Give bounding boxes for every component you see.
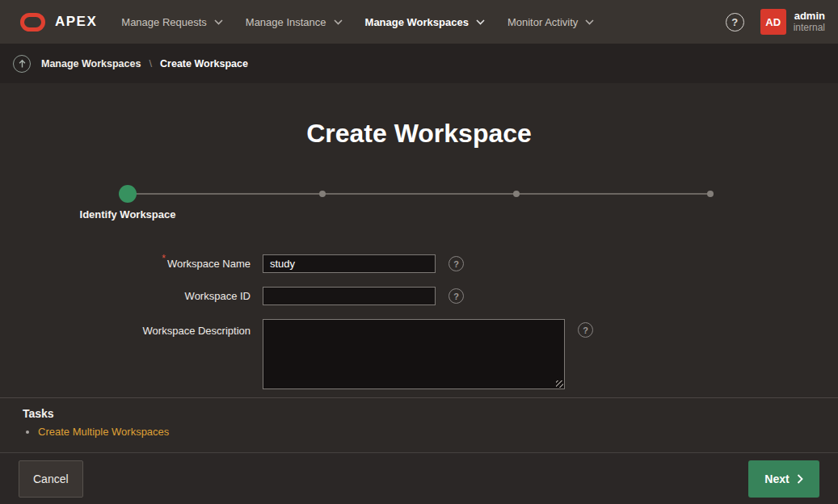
form-row-workspace-description: Workspace Description ? <box>0 319 838 389</box>
required-marker: * <box>162 253 166 264</box>
wizard-train-line <box>128 193 710 195</box>
tasks-list: Create Multiple Workspaces <box>23 426 838 438</box>
workspace-id-input[interactable] <box>263 287 436 305</box>
chevron-down-icon <box>334 19 343 25</box>
breadcrumb-current: Create Workspace <box>160 58 248 69</box>
nav-label: Manage Requests <box>121 16 207 28</box>
breadcrumb: Manage Workspaces \ Create Workspace <box>0 44 838 83</box>
question-glyph: ? <box>583 326 588 335</box>
wizard-step-current-dot <box>119 185 137 203</box>
workspace-description-label: Workspace Description <box>0 319 251 337</box>
workspace-form: *Workspace Name ? Workspace ID ? Workspa… <box>0 254 838 389</box>
workspace-name-label: *Workspace Name <box>0 258 251 270</box>
field-help-icon[interactable]: ? <box>578 322 593 338</box>
textarea-wrap <box>263 319 565 389</box>
main-nav: Manage Requests Manage Instance Manage W… <box>121 0 594 44</box>
wizard-step-label: Identify Workspace <box>80 208 176 220</box>
task-link-create-multiple-workspaces[interactable]: Create Multiple Workspaces <box>38 426 169 438</box>
up-arrow-icon <box>18 59 27 69</box>
nav-label: Monitor Activity <box>507 16 578 28</box>
chevron-down-icon <box>214 19 223 25</box>
brand-apex[interactable]: APEX <box>55 14 97 30</box>
question-glyph: ? <box>731 16 738 28</box>
nav-monitor-activity[interactable]: Monitor Activity <box>507 0 594 44</box>
breadcrumb-separator: \ <box>149 57 152 69</box>
task-item: Create Multiple Workspaces <box>38 426 838 438</box>
chevron-down-icon <box>476 19 485 25</box>
nav-manage-instance[interactable]: Manage Instance <box>246 0 343 44</box>
wizard-progress-train: Identify Workspace <box>120 186 718 234</box>
oracle-logo-icon[interactable] <box>20 13 45 32</box>
nav-label: Manage Instance <box>246 16 326 28</box>
question-glyph: ? <box>453 292 459 301</box>
workspace-name-input[interactable] <box>263 254 436 273</box>
nav-manage-workspaces[interactable]: Manage Workspaces <box>365 0 485 44</box>
breadcrumb-parent[interactable]: Manage Workspaces <box>41 58 141 69</box>
nav-manage-requests[interactable]: Manage Requests <box>121 0 223 44</box>
next-label: Next <box>764 472 789 485</box>
question-glyph: ? <box>453 259 459 269</box>
user-detail: internal <box>794 23 825 34</box>
tasks-heading: Tasks <box>23 407 838 420</box>
wizard-step-dot <box>513 191 520 197</box>
chevron-down-icon <box>585 19 594 25</box>
main-content: Create Workspace Identify Workspace *Wor… <box>0 83 838 452</box>
cancel-button[interactable]: Cancel <box>19 460 83 498</box>
wizard-step-dot <box>319 191 326 197</box>
up-level-icon[interactable] <box>13 55 31 73</box>
next-button[interactable]: Next <box>748 460 819 498</box>
tasks-region: Tasks Create Multiple Workspaces <box>0 397 838 438</box>
nav-label: Manage Workspaces <box>365 16 469 28</box>
page-title: Create Workspace <box>0 83 838 149</box>
help-icon[interactable]: ? <box>726 13 744 32</box>
workspace-id-label: Workspace ID <box>0 290 251 302</box>
workspace-description-textarea[interactable] <box>263 319 565 389</box>
field-help-icon[interactable]: ? <box>448 288 464 304</box>
user-info[interactable]: admin internal <box>794 10 825 34</box>
top-navigation-bar: APEX Manage Requests Manage Instance Man… <box>0 0 838 44</box>
avatar[interactable]: AD <box>760 9 786 35</box>
wizard-footer: Cancel Next <box>0 452 838 504</box>
wizard-step-dot <box>707 191 714 197</box>
form-row-workspace-name: *Workspace Name ? <box>0 254 838 273</box>
field-help-icon[interactable]: ? <box>448 256 464 271</box>
topbar-right: ? AD admin internal <box>726 9 825 35</box>
form-row-workspace-id: Workspace ID ? <box>0 287 838 305</box>
chevron-right-icon <box>797 474 803 484</box>
resize-grip-icon[interactable] <box>556 380 563 388</box>
user-name: admin <box>794 10 825 23</box>
